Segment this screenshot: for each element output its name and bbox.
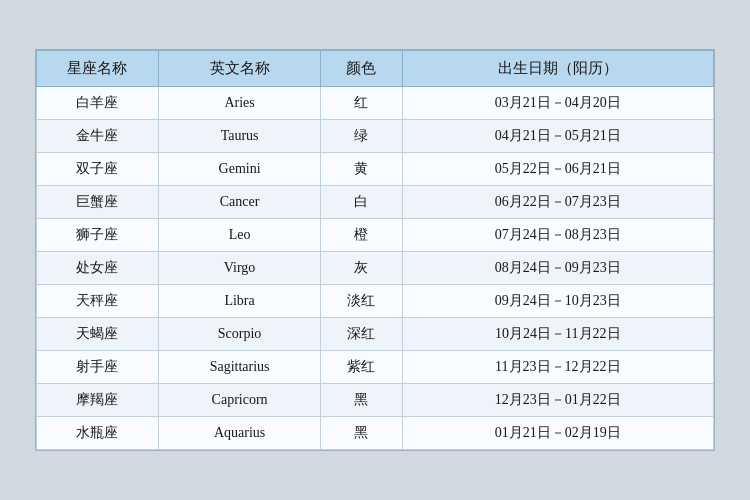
table-row: 天秤座Libra淡红09月24日－10月23日 (37, 285, 714, 318)
cell-date: 09月24日－10月23日 (402, 285, 713, 318)
table-row: 射手座Sagittarius紫红11月23日－12月22日 (37, 351, 714, 384)
cell-english: Sagittarius (158, 351, 320, 384)
cell-english: Libra (158, 285, 320, 318)
zodiac-table: 星座名称 英文名称 颜色 出生日期（阳历） 白羊座Aries红03月21日－04… (36, 50, 714, 450)
cell-date: 11月23日－12月22日 (402, 351, 713, 384)
header-color: 颜色 (321, 51, 402, 87)
table-header-row: 星座名称 英文名称 颜色 出生日期（阳历） (37, 51, 714, 87)
cell-color: 白 (321, 186, 402, 219)
cell-english: Aries (158, 87, 320, 120)
table-row: 狮子座Leo橙07月24日－08月23日 (37, 219, 714, 252)
cell-date: 12月23日－01月22日 (402, 384, 713, 417)
cell-color: 绿 (321, 120, 402, 153)
header-chinese: 星座名称 (37, 51, 159, 87)
cell-chinese: 巨蟹座 (37, 186, 159, 219)
cell-chinese: 水瓶座 (37, 417, 159, 450)
table-row: 金牛座Taurus绿04月21日－05月21日 (37, 120, 714, 153)
table-row: 巨蟹座Cancer白06月22日－07月23日 (37, 186, 714, 219)
cell-date: 10月24日－11月22日 (402, 318, 713, 351)
cell-chinese: 摩羯座 (37, 384, 159, 417)
cell-date: 04月21日－05月21日 (402, 120, 713, 153)
table-row: 天蝎座Scorpio深红10月24日－11月22日 (37, 318, 714, 351)
cell-date: 01月21日－02月19日 (402, 417, 713, 450)
cell-english: Gemini (158, 153, 320, 186)
header-english: 英文名称 (158, 51, 320, 87)
header-date: 出生日期（阳历） (402, 51, 713, 87)
cell-chinese: 金牛座 (37, 120, 159, 153)
cell-color: 黄 (321, 153, 402, 186)
cell-chinese: 天秤座 (37, 285, 159, 318)
cell-color: 紫红 (321, 351, 402, 384)
table-row: 处女座Virgo灰08月24日－09月23日 (37, 252, 714, 285)
cell-english: Taurus (158, 120, 320, 153)
cell-color: 灰 (321, 252, 402, 285)
cell-chinese: 处女座 (37, 252, 159, 285)
cell-chinese: 狮子座 (37, 219, 159, 252)
cell-english: Scorpio (158, 318, 320, 351)
cell-date: 08月24日－09月23日 (402, 252, 713, 285)
cell-english: Cancer (158, 186, 320, 219)
cell-color: 淡红 (321, 285, 402, 318)
table-row: 双子座Gemini黄05月22日－06月21日 (37, 153, 714, 186)
cell-date: 07月24日－08月23日 (402, 219, 713, 252)
cell-color: 橙 (321, 219, 402, 252)
zodiac-table-container: 星座名称 英文名称 颜色 出生日期（阳历） 白羊座Aries红03月21日－04… (35, 49, 715, 451)
cell-color: 黑 (321, 384, 402, 417)
cell-date: 06月22日－07月23日 (402, 186, 713, 219)
cell-color: 红 (321, 87, 402, 120)
cell-date: 03月21日－04月20日 (402, 87, 713, 120)
table-row: 摩羯座Capricorn黑12月23日－01月22日 (37, 384, 714, 417)
cell-english: Virgo (158, 252, 320, 285)
cell-english: Capricorn (158, 384, 320, 417)
cell-english: Leo (158, 219, 320, 252)
cell-english: Aquarius (158, 417, 320, 450)
cell-chinese: 双子座 (37, 153, 159, 186)
cell-chinese: 白羊座 (37, 87, 159, 120)
cell-color: 深红 (321, 318, 402, 351)
table-row: 白羊座Aries红03月21日－04月20日 (37, 87, 714, 120)
table-row: 水瓶座Aquarius黑01月21日－02月19日 (37, 417, 714, 450)
cell-date: 05月22日－06月21日 (402, 153, 713, 186)
cell-color: 黑 (321, 417, 402, 450)
cell-chinese: 天蝎座 (37, 318, 159, 351)
cell-chinese: 射手座 (37, 351, 159, 384)
